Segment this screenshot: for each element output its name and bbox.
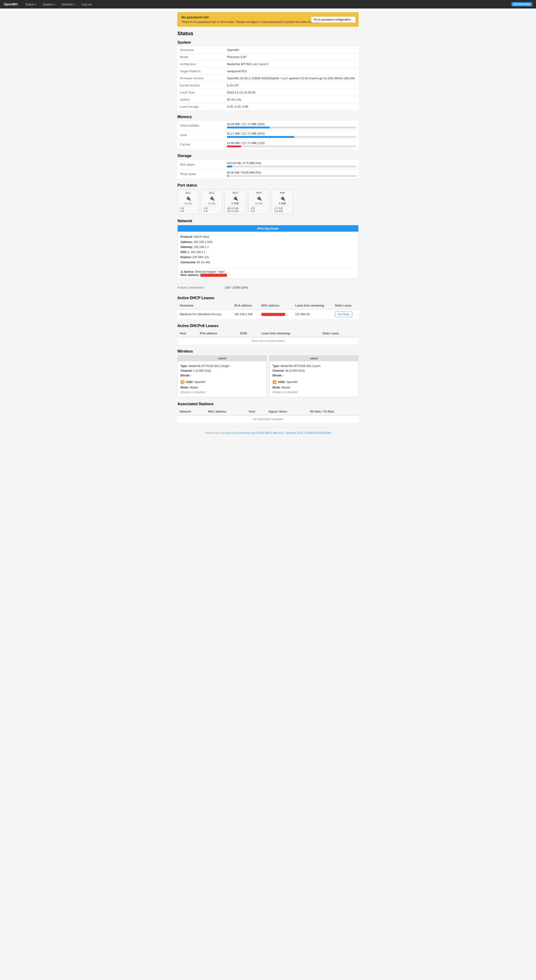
ethernet-icon: 🖧 xyxy=(181,270,184,274)
progress-fill xyxy=(227,145,241,147)
column-header: DUID xyxy=(238,330,259,337)
ssid-label: SSID: OpenWrt xyxy=(278,380,298,385)
memory-section-title: Memory xyxy=(178,115,358,119)
brand-text: OpenWrt xyxy=(4,2,18,6)
column-header: Lease time remaining xyxy=(259,330,320,337)
nav-network[interactable]: Network ▾ xyxy=(59,1,78,8)
page-title: Status xyxy=(178,30,358,37)
wireless-section-title: Wireless xyxy=(178,349,358,353)
mac-cell: ████████████ xyxy=(259,309,293,319)
row-value: 424.00 KiB / 8.75 MiB (4%) xyxy=(225,160,358,169)
luci-link[interactable]: LuCI openwrt-23.05 branch (git-23.306.39… xyxy=(219,431,284,434)
row-value: 62.17 MiB / 117.71 MiB (52%) xyxy=(225,130,358,140)
network-device: 🖧 Device: Ethernet Adapter: "wan" MAC ad… xyxy=(178,268,358,278)
column-header: Static Lease xyxy=(320,330,358,337)
port-name: lan4 xyxy=(251,191,267,194)
port-status: 1 GbE xyxy=(274,202,290,205)
network-section: Network IPv4 Upstream Protocol: DHCP cli… xyxy=(178,219,358,291)
port-status: no link xyxy=(180,202,196,205)
port-status-section: Port status lan1 🔌 no link 0 B0 B lan2 🔌… xyxy=(178,183,358,214)
system-section-title: System xyxy=(178,40,358,45)
port-name: wan xyxy=(274,191,290,194)
port-name: lan3 xyxy=(227,191,243,194)
footer: Powered by LuCI openwrt-23.05 branch (gi… xyxy=(178,428,358,438)
progress-fill xyxy=(227,136,294,138)
wifi-icon: 📶 xyxy=(273,380,276,385)
row-value: ramips/mt7621 xyxy=(225,68,358,75)
column-header: MAC address xyxy=(259,302,293,309)
port-box: lan4 🔌 no link 0 B0 B xyxy=(248,189,270,214)
row-label: Firmware Version xyxy=(178,75,225,82)
wireless-section: Wireless radio0 Type: MediaTek MT7615E 8… xyxy=(178,349,358,398)
table-row: Firmware VersionOpenWrt 23.05.2 r23630-8… xyxy=(178,75,358,82)
password-config-button[interactable]: Go to password configuration... xyxy=(311,16,355,23)
progress-container: 62.17 MiB / 117.71 MiB (52%) xyxy=(227,132,356,138)
table-row: ModelPhicomm K2P xyxy=(178,54,358,61)
port-box: lan2 🔌 no link 0 B0 B xyxy=(201,189,222,214)
column-header: Lease time remaining xyxy=(293,302,333,309)
table-row: Cached 13.06 MiB / 117.71 MiB (11%) xyxy=(178,140,358,149)
column-header: Host xyxy=(178,330,197,337)
port-name: lan1 xyxy=(180,191,196,194)
set-static-button[interactable]: Set Static xyxy=(335,312,352,317)
radio-info: Type: MediaTek MT7615E 802.11ac/n Channe… xyxy=(270,361,358,397)
table-row: Total Available 39.49 MiB / 117.71 MiB (… xyxy=(178,121,358,130)
column-header: Static Lease xyxy=(333,302,358,309)
progress-track xyxy=(227,165,356,167)
radio-info: Type: MediaTek MT7615E 802.11b/g/n Chann… xyxy=(178,361,266,397)
table-row: HostnameOpenWrt xyxy=(178,46,358,54)
column-header: Network xyxy=(178,408,206,415)
row-label: Total Available xyxy=(178,121,225,130)
nav-system[interactable]: System ▾ xyxy=(40,1,58,8)
progress-label: 62.17 MiB / 117.71 MiB (52%) xyxy=(227,132,356,135)
ipv4-cell: 192.168.1.248 xyxy=(232,309,259,319)
nav-status[interactable]: Status ▾ xyxy=(22,1,39,8)
system-table: HostnameOpenWrtModelPhicomm K2PArchitect… xyxy=(178,46,358,110)
table-row: Temp space 80.00 KiB / 58.85 MiB (0%) xyxy=(178,169,358,179)
port-box: wan 🔌 1 GbE 2.7 KiB2.8 KiB xyxy=(272,189,293,214)
network-port-icon: 🔌 xyxy=(274,195,290,201)
alert-banner: No password set! There is no password se… xyxy=(178,12,358,27)
openwrt-link[interactable]: OpenWrt 23.05.2 (r23630-842932a63d) xyxy=(285,431,331,434)
progress-track xyxy=(227,175,356,177)
port-status: 1 GbE xyxy=(227,202,243,205)
row-label: Target Platform xyxy=(178,68,225,75)
port-traffic: 2.7 KiB2.8 KiB xyxy=(274,207,290,213)
active-connections-row: Active Connections 139 / 15360 (0%) xyxy=(178,283,358,291)
port-traffic: 0 B0 B xyxy=(180,207,196,213)
radio-box: radio1 Type: MediaTek MT7615E 802.11ac/n… xyxy=(270,355,358,398)
dhcpv6-section: Active DHCPv6 Leases HostIPv6 addressDUI… xyxy=(178,324,358,345)
table-row: Kernel Version5.15.137 xyxy=(178,82,358,89)
progress-label: 80.00 KiB / 58.85 MiB (0%) xyxy=(227,171,356,174)
port-status-section-title: Port status xyxy=(178,183,358,188)
network-port-icon: 🔌 xyxy=(180,195,196,201)
refreshing-badge: REFRESHING xyxy=(511,2,532,6)
network-upstream-header: IPv4 Upstream xyxy=(178,225,358,232)
progress-label: 13.06 MiB / 117.71 MiB (11%) xyxy=(227,142,356,145)
storage-table: Disk space 424.00 KiB / 8.75 MiB (4%) Te… xyxy=(178,160,358,178)
table-row: ArchitectureMediaTek MT7621 ver:1 eco:3 xyxy=(178,61,358,68)
ssid-label: SSID: OpenWrt xyxy=(186,380,206,385)
port-traffic: 0 B0 B xyxy=(204,207,220,213)
network-port-icon: 🔌 xyxy=(251,195,267,201)
port-traffic: 0 B0 B xyxy=(251,207,267,213)
progress-track xyxy=(227,136,356,138)
row-value: OpenWrt 23.05.2 r23630-842932a63d / LuCI… xyxy=(225,75,358,82)
network-port-icon: 🔌 xyxy=(204,195,220,201)
progress-container: 13.06 MiB / 117.71 MiB (11%) xyxy=(227,142,356,147)
chevron-down-icon: ▾ xyxy=(74,3,75,6)
nav-logout[interactable]: Log out xyxy=(79,1,95,8)
row-label: Temp space xyxy=(178,169,225,179)
row-value: 5.15.137 xyxy=(225,82,358,89)
network-section-title: Network xyxy=(178,219,358,223)
associated-stations-title: Associated Stations xyxy=(178,402,358,406)
ssid-row: 📶 SSID: OpenWrt xyxy=(181,380,263,385)
set-static-cell: Set Static xyxy=(333,309,358,319)
progress-label: 39.49 MiB / 117.71 MiB (33%) xyxy=(227,123,356,126)
mac-address-redacted: ██████████████ xyxy=(200,274,227,277)
network-block: IPv4 Upstream Protocol: DHCP client Addr… xyxy=(178,225,358,279)
row-label: Cached xyxy=(178,140,225,149)
dhcpv6-section-title: Active DHCPv6 Leases xyxy=(178,324,358,328)
associated-stations-section: Associated Stations NetworkMAC addressHo… xyxy=(178,402,358,423)
row-label: Model xyxy=(178,54,225,61)
